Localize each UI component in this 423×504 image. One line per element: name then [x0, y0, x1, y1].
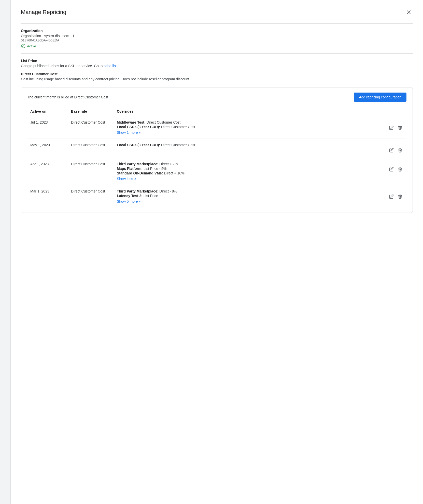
override-item: Standard On-Demand VMs: Direct + 10% [117, 171, 383, 175]
show-more-button[interactable]: Show 1 more ∨ [117, 130, 141, 135]
cell-base-rule: Direct Customer Cost [68, 158, 114, 185]
organization-id: 013760-CA30DA-456EDA [21, 38, 413, 42]
list-price-section: List Price Google published prices for a… [21, 59, 413, 68]
cell-overrides: Middleware Test: Direct Customer CostLoc… [114, 116, 386, 139]
modal-backdrop: Manage Repricing Organization Organizati… [0, 0, 423, 504]
override-item: Local SSDs (3 Year CUD): Direct Customer… [117, 125, 383, 129]
override-item: Local SSDs (3 Year CUD): Direct Customer… [117, 143, 383, 147]
billing-header: The current month is billed at Direct Cu… [27, 93, 406, 102]
delete-button[interactable] [397, 193, 403, 200]
cell-overrides: Local SSDs (3 Year CUD): Direct Customer… [114, 139, 386, 158]
list-price-label: List Price [21, 59, 413, 63]
delete-button[interactable] [397, 124, 403, 131]
override-item: Latency Test 2: List Price [117, 194, 383, 198]
modal-panel: Manage Repricing Organization Organizati… [11, 0, 423, 504]
sidebar [0, 0, 11, 504]
actions-container [388, 143, 404, 154]
trash-icon [398, 194, 402, 199]
edit-button[interactable] [388, 147, 395, 154]
cell-actions [386, 185, 406, 208]
list-price-suffix: . [117, 64, 118, 68]
override-item: Third Party Marketplace: Direct - 8% [117, 189, 383, 193]
pencil-icon [389, 194, 394, 199]
override-item: Middleware Test: Direct Customer Cost [117, 120, 383, 124]
cell-active-on: Apr 1, 2023 [27, 158, 68, 185]
repricing-table: Active on Base rule Overrides Jul 1, 202… [27, 107, 406, 207]
cell-active-on: Jul 1, 2023 [27, 116, 68, 139]
table-header: Active on Base rule Overrides [27, 107, 406, 116]
organization-name: Organization - syntro-disti.com - 1 [21, 34, 413, 38]
active-badge: Active [21, 44, 413, 48]
trash-icon [398, 148, 402, 153]
price-list-link[interactable]: price list [104, 64, 117, 68]
override-item: Third Party Marketplace: Direct + 7% [117, 162, 383, 166]
table-row: Jul 1, 2023Direct Customer CostMiddlewar… [27, 116, 406, 139]
delete-button[interactable] [397, 147, 403, 154]
pencil-icon [389, 167, 394, 172]
cell-actions [386, 139, 406, 158]
actions-container [388, 162, 404, 173]
list-price-description: Google published prices for a SKU or ser… [21, 64, 413, 68]
show-more-button[interactable]: Show 5 more ∨ [117, 199, 141, 203]
active-label: Active [27, 44, 36, 48]
cell-base-rule: Direct Customer Cost [68, 139, 114, 158]
modal-title: Manage Repricing [21, 9, 66, 16]
col-header-overrides: Overrides [114, 107, 386, 116]
edit-button[interactable] [388, 124, 395, 131]
cell-actions [386, 158, 406, 185]
actions-container [388, 120, 404, 131]
list-price-text: Google published prices for a SKU or ser… [21, 64, 104, 68]
direct-cost-label: Direct Customer Cost [21, 72, 413, 76]
trash-icon [398, 125, 402, 130]
col-header-active-on: Active on [27, 107, 68, 116]
billing-text: The current month is billed at Direct Cu… [27, 95, 108, 99]
cell-active-on: Mar 1, 2023 [27, 185, 68, 208]
cell-actions [386, 116, 406, 139]
cell-base-rule: Direct Customer Cost [68, 185, 114, 208]
check-circle-icon [21, 44, 25, 48]
add-repricing-button[interactable]: Add repricing configuration [354, 93, 406, 102]
col-header-actions [386, 107, 406, 116]
organization-label: Organization [21, 29, 413, 33]
pencil-icon [389, 148, 394, 153]
show-less-button[interactable]: Show less ∧ [117, 177, 136, 181]
table-row: May 1, 2023Direct Customer CostLocal SSD… [27, 139, 406, 158]
close-button[interactable] [405, 8, 413, 16]
col-header-base-rule: Base rule [68, 107, 114, 116]
table-row: Apr 1, 2023Direct Customer CostThird Par… [27, 158, 406, 185]
cell-overrides: Third Party Marketplace: Direct + 7%Maps… [114, 158, 386, 185]
pencil-icon [389, 125, 394, 130]
direct-cost-description: Cost including usage based discounts and… [21, 77, 413, 81]
trash-icon [398, 167, 402, 172]
edit-button[interactable] [388, 193, 395, 200]
table-row: Mar 1, 2023Direct Customer CostThird Par… [27, 185, 406, 208]
override-item: Maps Platform: List Price - 5% [117, 167, 383, 171]
table-body: Jul 1, 2023Direct Customer CostMiddlewar… [27, 116, 406, 208]
organization-section: Organization Organization - syntro-disti… [21, 29, 413, 48]
modal-header: Manage Repricing [21, 8, 413, 16]
delete-button[interactable] [397, 166, 403, 173]
edit-button[interactable] [388, 166, 395, 173]
org-divider [21, 53, 413, 54]
cell-overrides: Third Party Marketplace: Direct - 8%Late… [114, 185, 386, 208]
table-header-row: Active on Base rule Overrides [27, 107, 406, 116]
cell-active-on: May 1, 2023 [27, 139, 68, 158]
billing-box: The current month is billed at Direct Cu… [21, 87, 413, 213]
header-divider [21, 23, 413, 24]
direct-cost-section: Direct Customer Cost Cost including usag… [21, 72, 413, 81]
actions-container [388, 189, 404, 200]
cell-base-rule: Direct Customer Cost [68, 116, 114, 139]
close-icon [406, 9, 412, 15]
